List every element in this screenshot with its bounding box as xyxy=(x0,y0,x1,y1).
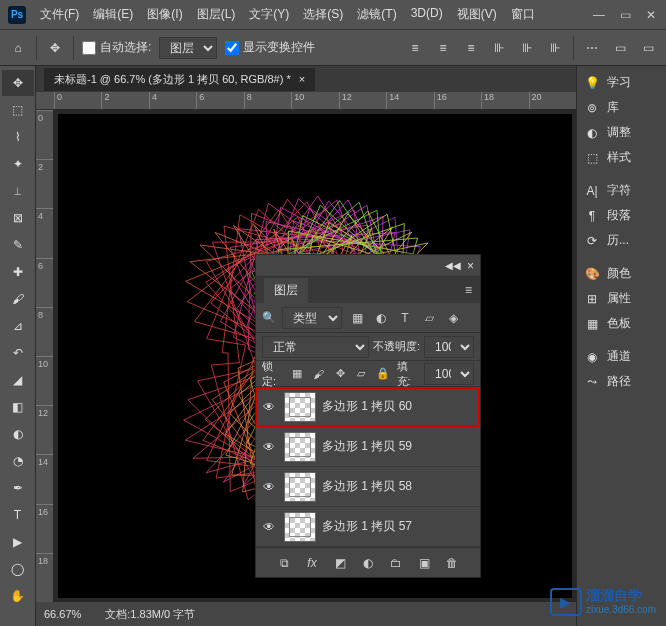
heal-tool[interactable]: ✚ xyxy=(2,259,34,285)
panel-adjust[interactable]: ◐调整 xyxy=(579,120,664,145)
panel-style[interactable]: ⬚样式 xyxy=(579,145,664,170)
eyedropper-tool[interactable]: ✎ xyxy=(2,232,34,258)
marquee-tool[interactable]: ⬚ xyxy=(2,97,34,123)
lock-pixels-icon[interactable]: 🖌 xyxy=(311,365,326,383)
filter-type-icon[interactable]: T xyxy=(396,309,414,327)
link-layers-icon[interactable]: ⧉ xyxy=(275,554,293,572)
menu-3d[interactable]: 3D(D) xyxy=(405,3,449,26)
home-icon[interactable]: ⌂ xyxy=(8,38,28,58)
panel-para[interactable]: ¶段落 xyxy=(579,203,664,228)
delete-layer-icon[interactable]: 🗑 xyxy=(443,554,461,572)
distribute-icon[interactable]: ⊪ xyxy=(489,38,509,58)
brush-tool[interactable]: 🖌 xyxy=(2,286,34,312)
opacity-value[interactable]: 100% xyxy=(424,336,474,358)
type-tool[interactable]: T xyxy=(2,502,34,528)
menu-select[interactable]: 选择(S) xyxy=(297,3,349,26)
filter-pixel-icon[interactable]: ▦ xyxy=(348,309,366,327)
adjustment-layer-icon[interactable]: ◐ xyxy=(359,554,377,572)
visibility-icon[interactable]: 👁 xyxy=(260,480,278,494)
dodge-tool[interactable]: ◔ xyxy=(2,448,34,474)
wand-tool[interactable]: ✦ xyxy=(2,151,34,177)
layer-item[interactable]: 👁多边形 1 拷贝 59 xyxy=(256,427,480,467)
mode-icon[interactable]: ▭ xyxy=(638,38,658,58)
layer-name[interactable]: 多边形 1 拷贝 59 xyxy=(322,438,412,455)
panel-path[interactable]: ⤳路径 xyxy=(579,369,664,394)
visibility-icon[interactable]: 👁 xyxy=(260,400,278,414)
filter-adjust-icon[interactable]: ◐ xyxy=(372,309,390,327)
more-icon[interactable]: ⋯ xyxy=(582,38,602,58)
frame-tool[interactable]: ⊠ xyxy=(2,205,34,231)
close-button[interactable]: ✕ xyxy=(644,8,658,22)
layer-thumbnail[interactable] xyxy=(284,512,316,542)
layer-thumbnail[interactable] xyxy=(284,472,316,502)
panel-char[interactable]: A|字符 xyxy=(579,178,664,203)
menu-type[interactable]: 文字(Y) xyxy=(243,3,295,26)
visibility-icon[interactable]: 👁 xyxy=(260,440,278,454)
panel-color[interactable]: 🎨颜色 xyxy=(579,261,664,286)
zoom-level[interactable]: 66.67% xyxy=(44,608,81,620)
gradient-tool[interactable]: ◧ xyxy=(2,394,34,420)
menu-layer[interactable]: 图层(L) xyxy=(191,3,242,26)
filter-smart-icon[interactable]: ◈ xyxy=(444,309,462,327)
panel-props[interactable]: ⊞属性 xyxy=(579,286,664,311)
panel-history[interactable]: ⟳历... xyxy=(579,228,664,253)
panel-menu-icon[interactable]: ≡ xyxy=(465,283,472,297)
layers-tab[interactable]: 图层 xyxy=(264,278,308,303)
layer-item[interactable]: 👁多边形 1 拷贝 57 xyxy=(256,507,480,547)
filter-shape-icon[interactable]: ▱ xyxy=(420,309,438,327)
filter-type-select[interactable]: 类型 xyxy=(282,307,342,329)
menu-filter[interactable]: 滤镜(T) xyxy=(351,3,402,26)
new-group-icon[interactable]: 🗀 xyxy=(387,554,405,572)
menu-image[interactable]: 图像(I) xyxy=(141,3,188,26)
document-tab[interactable]: 未标题-1 @ 66.7% (多边形 1 拷贝 60, RGB/8#) * × xyxy=(44,68,315,91)
minimize-button[interactable]: — xyxy=(592,8,606,22)
layer-thumbnail[interactable] xyxy=(284,392,316,422)
menu-file[interactable]: 文件(F) xyxy=(34,3,85,26)
blend-mode-select[interactable]: 正常 xyxy=(262,336,369,358)
history-brush-tool[interactable]: ↶ xyxy=(2,340,34,366)
panel-bulb[interactable]: 💡学习 xyxy=(579,70,664,95)
auto-select-checkbox[interactable]: 自动选择: xyxy=(82,39,151,56)
layer-list[interactable]: 👁多边形 1 拷贝 60👁多边形 1 拷贝 59👁多边形 1 拷贝 58👁多边形… xyxy=(256,387,480,547)
menu-view[interactable]: 视图(V) xyxy=(451,3,503,26)
panel-swatch[interactable]: ▦色板 xyxy=(579,311,664,336)
new-layer-icon[interactable]: ▣ xyxy=(415,554,433,572)
maximize-button[interactable]: ▭ xyxy=(618,8,632,22)
distribute-icon[interactable]: ⊪ xyxy=(517,38,537,58)
menu-window[interactable]: 窗口 xyxy=(505,3,541,26)
fill-value[interactable]: 100% xyxy=(424,363,474,385)
layers-panel[interactable]: ◀◀ × 图层 ≡ 🔍 类型 ▦ ◐ T ▱ ◈ 正常 不透明度: 100% 锁… xyxy=(255,254,481,578)
shape-tool[interactable]: ◯ xyxy=(2,556,34,582)
mode-icon[interactable]: ▭ xyxy=(610,38,630,58)
lock-position-icon[interactable]: ✥ xyxy=(332,365,347,383)
visibility-icon[interactable]: 👁 xyxy=(260,520,278,534)
align-icon[interactable]: ≡ xyxy=(405,38,425,58)
lock-artboard-icon[interactable]: ▱ xyxy=(354,365,369,383)
move-tool[interactable]: ✥ xyxy=(2,70,34,96)
layer-name[interactable]: 多边形 1 拷贝 60 xyxy=(322,398,412,415)
auto-select-target[interactable]: 图层 xyxy=(159,37,217,59)
hand-tool[interactable]: ✋ xyxy=(2,583,34,609)
path-select-tool[interactable]: ▶ xyxy=(2,529,34,555)
layer-thumbnail[interactable] xyxy=(284,432,316,462)
menu-edit[interactable]: 编辑(E) xyxy=(87,3,139,26)
layer-item[interactable]: 👁多边形 1 拷贝 60 xyxy=(256,387,480,427)
layer-name[interactable]: 多边形 1 拷贝 57 xyxy=(322,518,412,535)
panel-channel[interactable]: ◉通道 xyxy=(579,344,664,369)
blur-tool[interactable]: ◐ xyxy=(2,421,34,447)
eraser-tool[interactable]: ◢ xyxy=(2,367,34,393)
close-icon[interactable]: × xyxy=(467,259,474,273)
align-icon[interactable]: ≡ xyxy=(433,38,453,58)
lasso-tool[interactable]: ⌇ xyxy=(2,124,34,150)
align-icon[interactable]: ≡ xyxy=(461,38,481,58)
layer-name[interactable]: 多边形 1 拷贝 58 xyxy=(322,478,412,495)
lock-transparent-icon[interactable]: ▦ xyxy=(289,365,304,383)
show-transform-checkbox[interactable]: 显示变换控件 xyxy=(225,39,315,56)
distribute-icon[interactable]: ⊪ xyxy=(545,38,565,58)
layer-fx-icon[interactable]: fx xyxy=(303,554,321,572)
crop-tool[interactable]: ⟂ xyxy=(2,178,34,204)
lock-all-icon[interactable]: 🔒 xyxy=(375,365,390,383)
panel-cc[interactable]: ⊚库 xyxy=(579,95,664,120)
pen-tool[interactable]: ✒ xyxy=(2,475,34,501)
collapse-icon[interactable]: ◀◀ xyxy=(445,260,461,271)
